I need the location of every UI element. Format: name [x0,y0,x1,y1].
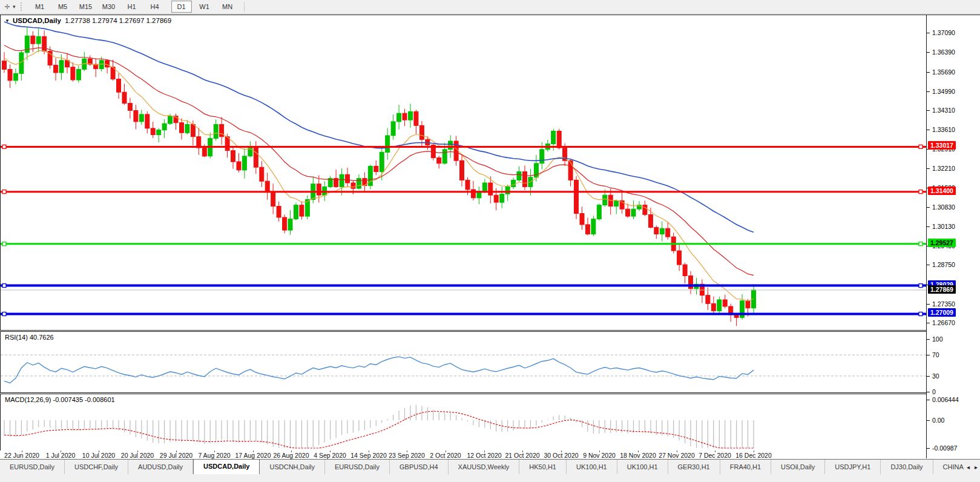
macd-tick-label: 0.006444 [932,396,959,403]
timeframe-button-d1[interactable]: D1 [171,1,192,13]
axis-tick [927,52,930,53]
timeframe-button-m1[interactable]: M1 [30,1,50,13]
date-label: 14 Sep 2020 [350,452,387,459]
axis-tick [927,376,930,377]
axis-tick [927,400,930,400]
date-label: 2 Oct 2020 [430,452,461,459]
tab-fra40-h1-12[interactable]: FRA40,H1 [720,460,771,475]
macd-canvas[interactable] [1,394,927,449]
tab-usdcnh-daily-4[interactable]: USDCNH,Daily [260,460,325,475]
timeframe-button-h1[interactable]: H1 [122,1,142,13]
level-price-label: 1.33017 [928,141,956,150]
tab-scroll-left-icon[interactable]: ◂ [964,463,972,472]
axis-tick [927,355,930,355]
price-tick-label: 1.30830 [932,203,955,211]
axis-tick [927,420,930,421]
rsi-tick-label: 0 [932,388,936,395]
price-tick-label: 1.26670 [932,319,955,326]
toolbar: ✛ ▾ M1M5M15M30H1H4D1W1MN [0,0,980,14]
macd-label: MACD(12,26,9) -0.007435 -0.008601 [5,396,115,403]
date-label: 27 Nov 2020 [659,452,695,459]
crosshair-tool-icon[interactable]: ✛ [2,2,12,12]
tab-eurusd-daily-0[interactable]: EURUSD,Daily [0,460,65,475]
price-tick-label: 1.27350 [932,300,955,308]
tab-usdcad-daily-3[interactable]: USDCAD,Daily [193,460,260,475]
rsi-tick-label: 30 [932,372,939,380]
date-label: 1 Jul 2020 [46,452,75,459]
rsi-line [4,357,754,383]
current-price-label: 1.27869 [928,285,956,294]
tab-uk100-h1-9[interactable]: UK100,H1 [567,460,617,475]
level-price-label: 1.29527 [928,239,956,247]
date-label: 22 Jun 2020 [4,452,39,459]
chart-title: ▼USDCAD,Daily 1.27738 1.27974 1.27697 1.… [5,17,171,24]
timeframe-button-mn[interactable]: MN [217,1,238,13]
timeframe-button-h4[interactable]: H4 [145,1,165,13]
price-tick-label: 1.32210 [932,165,955,172]
axis-tick [927,265,930,265]
tab-eurusd-daily-5[interactable]: EURUSD,Daily [325,460,390,475]
tab-scroll-right-icon[interactable]: ▸ [972,463,980,472]
macd-tick-label: -0.00987 [932,444,957,452]
date-axis[interactable]: 22 Jun 20201 Jul 202010 Jul 202020 Jul 2… [0,451,926,459]
rsi-canvas[interactable] [1,332,927,391]
price-tick-label: 1.36390 [932,48,955,56]
chart-dropdown-icon[interactable]: ▼ [5,18,10,24]
toolbar-separator [244,2,245,12]
date-label: 9 Nov 2020 [583,452,616,459]
toolbar-grip-handle[interactable] [21,2,24,11]
date-label: 16 Dec 2020 [735,452,772,459]
date-label: 21 Oct 2020 [505,452,539,459]
tab-hk50-h1-8[interactable]: HK50,H1 [519,460,567,475]
axis-tick [927,72,930,73]
tab-uk100-h1-10[interactable]: UK100,H1 [617,460,668,475]
date-label: 4 Sep 2020 [314,452,346,459]
macd-signal-line [4,411,754,448]
status-strip [0,474,980,482]
date-label: 20 Jul 2020 [121,452,154,459]
level-price-label: 1.27009 [928,308,956,317]
tab-usoil-daily-13[interactable]: USOil,Daily [771,460,825,475]
tab-audusd-daily-2[interactable]: AUDUSD,Daily [128,460,193,475]
macd-panel[interactable]: MACD(12,26,9) -0.007435 -0.008601 [0,394,927,451]
date-label: 7 Aug 2020 [198,452,230,459]
chart-symbol-period: USDCAD,Daily [13,17,61,24]
timeframe-button-m30[interactable]: M30 [99,1,119,13]
tab-usdjpy-h1-14[interactable]: USDJPY,H1 [825,460,881,475]
rsi-panel[interactable]: RSI(14) 40.7626 [0,331,927,393]
axis-tick [927,91,930,92]
date-label: 7 Dec 2020 [699,452,731,459]
tab-dj30-daily-15[interactable]: DJ30,Daily [881,460,933,475]
rsi-label: RSI(14) 40.7626 [5,334,54,341]
tab-china300-h1-16[interactable]: CHINA300,H1 [933,460,964,475]
axis-tick [927,448,930,449]
tab-xauusd-weekly-7[interactable]: XAUUSD,Weekly [449,460,520,475]
date-label: 23 Sep 2020 [389,452,425,459]
date-label: 10 Jul 2020 [82,452,115,459]
price-tick-label: 1.30130 [932,223,955,230]
axis-tick [927,339,930,340]
tab-usdchf-daily-1[interactable]: USDCHF,Daily [65,460,128,475]
axis-tick [927,304,930,305]
main-chart-panel[interactable]: ▼USDCAD,Daily 1.27738 1.27974 1.27697 1.… [0,15,927,331]
axis-tick [927,226,930,227]
chevron-down-icon[interactable]: ▾ [13,4,16,10]
timeframe-button-w1[interactable]: W1 [194,1,215,13]
tab-gbpusd-h4-6[interactable]: GBPUSD,H4 [390,460,449,475]
tab-ger30-h1-11[interactable]: GER30,H1 [668,460,720,475]
chart-tab-bar: EURUSD,DailyUSDCHF,DailyAUDUSD,DailyUSDC… [0,459,980,475]
price-axis[interactable]: 1.370901.363901.356901.349901.343101.336… [926,15,980,458]
timeframe-button-m5[interactable]: M5 [53,1,73,13]
date-label: 29 Jul 2020 [160,452,192,459]
mt4-window: ✛ ▾ M1M5M15M30H1H4D1W1MN ▼USDCAD,Daily 1… [0,0,980,482]
macd-tick-label: 0.00 [932,417,944,424]
axis-tick [927,207,930,208]
timeframe-button-m15[interactable]: M15 [76,1,96,13]
date-label: 18 Nov 2020 [620,452,656,459]
macd-histogram [4,405,754,448]
price-tick-label: 1.35690 [932,68,955,76]
date-label: 17 Aug 2020 [235,452,271,459]
main-chart-canvas[interactable] [1,15,927,330]
tab-strip: EURUSD,DailyUSDCHF,DailyAUDUSD,DailyUSDC… [0,460,964,475]
date-label: 12 Oct 2020 [467,452,501,459]
